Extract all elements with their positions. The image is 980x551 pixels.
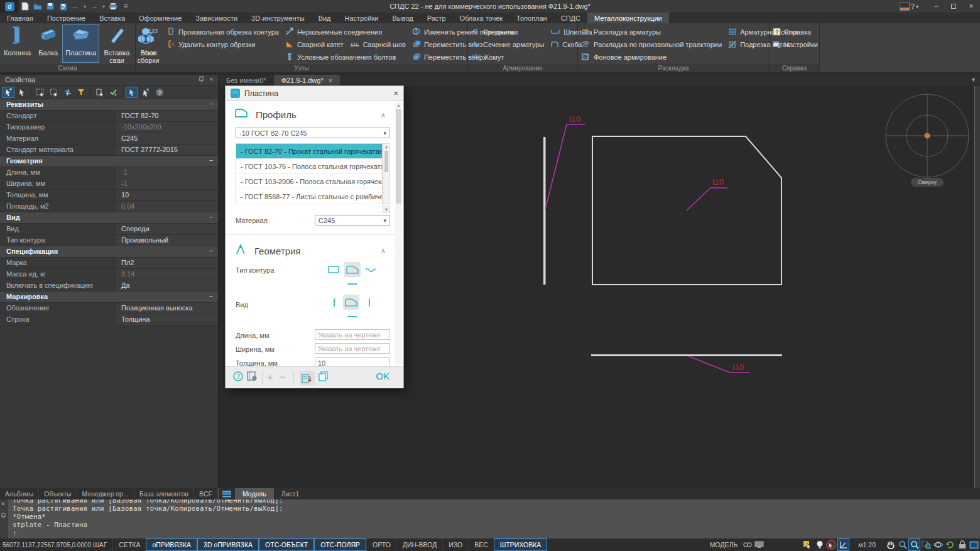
tab-vid[interactable]: Вид [312,13,338,23]
toggle-setka[interactable]: СЕТКА [112,538,146,551]
length-input[interactable] [315,329,390,340]
restore-button[interactable] [945,0,962,13]
width-input[interactable] [315,343,390,354]
undo-dropdown-icon[interactable]: ▾ [82,1,88,11]
prop-vid[interactable]: ВидСпереди [0,224,218,235]
layout-list-icon[interactable] [219,488,235,499]
save-icon[interactable] [44,1,57,11]
prop-standart[interactable]: СтандартГОСТ 82-70 [0,111,218,122]
swap-selection-tool[interactable] [62,87,74,98]
profile-list-down-icon[interactable]: ▾ [383,205,390,213]
tab-vyvod[interactable]: Вывод [385,13,420,23]
dialog-settings-icon[interactable] [247,371,258,381]
fonovoe-armirovanie-button[interactable]: Фоновое армирование [578,51,725,63]
toggle-shtrihovka[interactable]: ШТРИХОВКА [494,538,548,551]
monitor-icon[interactable] [753,538,765,551]
prop-oboznachenie[interactable]: ОбозначениеПозиционная выноска [0,303,218,314]
pin-icon[interactable] [199,76,204,84]
tab-nastroyki[interactable]: Настройки [338,13,386,23]
prop-tiporazmer[interactable]: Типоразмер-10x200x200 [0,122,218,133]
leader-line-2[interactable] [687,188,727,210]
annotation-visibility-icon[interactable] [825,538,837,551]
open-folder-icon[interactable] [31,1,44,11]
tab-spds[interactable]: СПДС [554,13,587,23]
section-geometriya[interactable]: Геометрия− [0,156,218,167]
lock-ui-icon[interactable] [956,538,968,551]
prop-marka[interactable]: МаркаПл2 [0,258,218,269]
tab-zavisimosti[interactable]: Зависимости [188,13,244,23]
apply-tool[interactable] [107,87,120,98]
tab-oformlenie[interactable]: Оформление [132,13,188,23]
uzel-button[interactable]: 123 Узел [136,24,163,63]
ucs-icon[interactable] [837,538,849,551]
doc-tab-bez-imeni[interactable]: Без имени0* [219,75,274,86]
nerazemnye-soedineniya-button[interactable]: Неразъемные соединения [282,26,409,38]
thickness-label-3[interactable]: t10 [732,363,744,372]
prop-tolschina[interactable]: Толщина, мм10 [0,190,218,201]
remove-row-icon[interactable]: − [280,371,286,384]
toggle-oprivyazka[interactable]: оПРИВЯЗКА [146,538,197,551]
geometry-section-header[interactable]: Геометрия [234,243,301,258]
undo-icon[interactable]: ← [69,1,82,11]
tab-obekty[interactable]: Объекты [39,488,77,499]
prop-massa[interactable]: Масса ед, кг3.14 [0,269,218,280]
redo-dropdown-icon[interactable]: ▾ [101,1,107,11]
toggle-ots-obekt[interactable]: ОТС-ОБЪЕКТ [259,538,314,551]
zoom-window-icon[interactable] [920,538,932,551]
orbit-icon[interactable] [932,538,944,551]
select-add-tool[interactable] [2,87,14,98]
kolonna-button[interactable]: Колонна [1,24,34,63]
profile-list-scrollbar[interactable]: ▴ [383,143,390,204]
pin-cmd-icon[interactable] [1,510,6,521]
list-item-gost-103-2006[interactable]: - ГОСТ 103-2006 - Полоса стальная горяче… [236,174,382,189]
dialog-title-bar[interactable]: ◠ Пластина × [226,86,403,101]
print-icon[interactable] [107,1,119,11]
close-doc-icon[interactable]: × [329,77,332,84]
svarnoy-shov-button[interactable]: Сварной шов [347,38,409,51]
redo-icon[interactable]: → [88,1,101,11]
toggle-shag[interactable]: ШАГ [87,538,112,551]
sterzhen-button[interactable]: Стержень [468,26,547,38]
interface-icon[interactable] [900,3,910,11]
viewport-link-icon[interactable] [741,538,753,551]
view-more-indicator[interactable] [347,316,357,317]
profile-combo[interactable]: -10 ГОСТ 82-70 С245 ▾ [236,128,390,138]
import-list-icon[interactable] [300,371,315,385]
thickness-label-2[interactable]: t10 [712,177,724,187]
cursor-badge-icon[interactable] [802,538,814,551]
section-rekvizity[interactable]: Реквизиты− [0,99,218,111]
toggle-ots-polyar[interactable]: ОТС-ПОЛЯР [314,538,366,551]
svarnoy-katet-button[interactable]: Сварной катет [282,38,347,51]
sechenie-armatury-button[interactable]: Сечение арматуры [468,38,547,51]
section-spetsifikatsiya[interactable]: Спецификация− [0,246,218,258]
balka-button[interactable]: Балка [35,24,61,63]
prop-vklyuchat[interactable]: Включать в спецификациюДа [0,280,218,292]
pan-hand-icon[interactable] [885,538,896,551]
plate-side-view[interactable] [543,137,546,285]
close-panel-icon[interactable]: × [209,76,213,84]
contour-rect-button[interactable] [326,263,341,276]
collapse-icon[interactable]: − [204,99,218,110]
tab-vstavka[interactable]: Вставка [92,13,132,23]
help-tool[interactable]: ? [153,87,166,98]
view-locator[interactable] [886,94,969,177]
collapse-icon[interactable]: − [204,292,218,302]
spravka-button[interactable]: ? Справка [770,26,821,38]
doc-tab-f21-9-1[interactable]: Ф21.9-1.dwg* × [274,75,340,86]
tab-menedzher[interactable]: Менеджер пр... [77,488,134,499]
tab-albomy[interactable]: Альбомы [0,488,39,499]
view-direction-badge[interactable]: Сверху [911,178,944,187]
homut-button[interactable]: Хомут [468,51,547,63]
raskladka-traektoriya-button[interactable]: Раскладка по произвольной траектории [578,38,725,51]
toggle-orto[interactable]: ОРТО [366,538,396,551]
dialog-close-icon[interactable]: × [393,89,398,98]
proizvolnaya-obrezka-button[interactable]: Произвольная обрезка контура [163,26,282,38]
new-file-icon[interactable] [19,1,31,11]
contour-curve-button[interactable] [364,263,379,276]
dialog-scrollbar[interactable]: ▴ [395,102,402,364]
highlight-select-tool[interactable] [126,87,138,98]
collapse-icon[interactable]: − [204,246,218,257]
ok-button[interactable]: OK [376,371,389,381]
deselect-tool[interactable] [139,87,152,98]
geometry-collapse-icon[interactable]: ∧ [381,247,386,255]
